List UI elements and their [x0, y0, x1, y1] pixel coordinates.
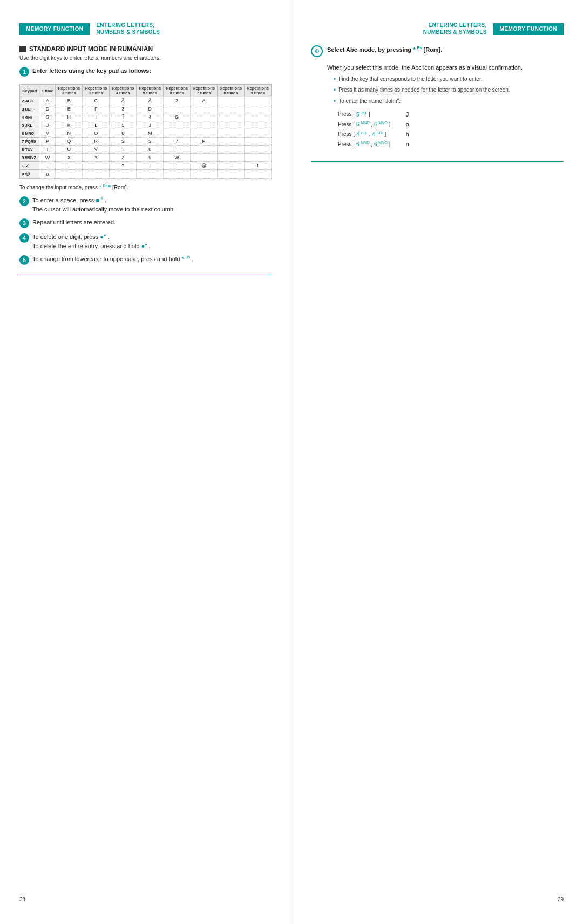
section-heading: STANDARD INPUT MODE IN RUMANIAN: [19, 45, 272, 53]
delete-hold-key: ●●: [141, 243, 147, 249]
section-icon: [19, 46, 26, 52]
right-header-banner: ENTERING LETTERS, NUMBERS & SYMBOLS MEMO…: [311, 22, 564, 36]
col-header-6: Repetitions6 times: [164, 85, 191, 97]
step-2-circle: 2: [19, 196, 29, 206]
key-8tuv: 8 TUV: [20, 146, 39, 154]
step-2-sub: The cursor will automatically move to th…: [32, 206, 175, 213]
space-key: ■ θ: [96, 197, 103, 203]
bullet-item-3: • To enter the name "John":: [334, 98, 523, 106]
john-label-n: Press [ 6 MNO , 6 MNO ]: [338, 139, 395, 149]
bullet-dot-1: •: [334, 75, 336, 84]
step-4-circle: 4: [19, 233, 29, 243]
key-4ghi: 4 GHI: [20, 113, 39, 121]
john-row-j: Press [ 5 JKL ] J: [338, 109, 413, 120]
john-letter-o: o: [395, 119, 413, 129]
right-main-step: ① Select Abc mode, by pressing * Rs [Rom…: [311, 45, 564, 149]
right-step-desc: When you select this mode, the Abc icon …: [327, 64, 523, 71]
col-header-9: Repetitions9 times: [244, 85, 271, 97]
key-5jkl: 5 JKL: [20, 121, 39, 129]
step-4-content: To delete one digit, press ●● . To delet…: [32, 232, 151, 250]
left-page: MEMORY FUNCTION ENTERING LETTERS, NUMBER…: [0, 0, 292, 924]
john-row-n: Press [ 6 MNO , 6 MNO ] n: [338, 139, 413, 149]
key-0: 0 ⓜ: [20, 170, 39, 179]
john-table: Press [ 5 JKL ] J Press [ 6 MNO , 6 MNO …: [338, 109, 413, 149]
key-9wxyz: 9 WXYZ: [20, 154, 39, 162]
table-row: 8 TUV TUV T8T: [20, 146, 272, 154]
step-circle-outline: ①: [311, 45, 323, 57]
table-row: 4 GHI GHI Î4G: [20, 113, 272, 121]
key-3def: 3 DEF: [20, 105, 39, 113]
table-row: 7 PQRS PQR SȘ7 P: [20, 138, 272, 146]
john-row-o: Press [ 6 MNO , 6 MNO ] o: [338, 119, 413, 129]
left-header-banner: MEMORY FUNCTION ENTERING LETTERS, NUMBER…: [19, 22, 272, 36]
page-number-right: 39: [311, 886, 564, 902]
table-row: 6 MNO MNO 6M: [20, 129, 272, 138]
section-title: STANDARD INPUT MODE IN RUMANIAN: [29, 45, 153, 53]
left-teal-label: MEMORY FUNCTION: [19, 23, 90, 35]
step-5: 5 To change from lowercase to uppercase,…: [19, 255, 272, 265]
abc-key: * Rs: [413, 46, 422, 53]
col-header-2: Repetitions2 times: [56, 85, 83, 97]
key-6mno: 6 MNO: [20, 129, 39, 138]
john-label-o: Press [ 6 MNO , 6 MNO ]: [338, 119, 395, 129]
step-5-circle: 5: [19, 255, 29, 265]
left-banner-text: ENTERING LETTERS, NUMBERS & SYMBOLS: [90, 22, 166, 36]
mode-change-note: To change the input mode, press * Rom [R…: [19, 184, 272, 190]
delete-key: ●●: [100, 234, 106, 240]
table-row: 1 ✓ ., ?!' @:1: [20, 162, 272, 170]
step-3-content: Repeat until letters are entered.: [32, 218, 116, 227]
right-step-content: Select Abc mode, by pressing * Rs [Rom].…: [327, 45, 523, 149]
john-letter-n: n: [395, 139, 413, 149]
col-header-3: Repetitions3 times: [83, 85, 110, 97]
right-teal-label: MEMORY FUNCTION: [493, 23, 564, 35]
key-7pqrs: 7 PQRS: [20, 138, 39, 146]
page-divider-left: [19, 275, 272, 275]
table-row: 2 ABC ABC ÃÂ2 A: [20, 97, 272, 105]
step-2: 2 To enter a space, press ■ θ . The curs…: [19, 196, 272, 214]
john-label-h: Press [ 4 GHI , 4 GHI ]: [338, 129, 395, 140]
bullet-list: • Find the key that corresponds to the l…: [334, 76, 523, 149]
keypad-table: Keypad 1 time Repetitions2 times Repetit…: [19, 84, 272, 179]
page-number-left: 38: [19, 886, 272, 902]
bullet-item-1: • Find the key that corresponds to the l…: [334, 76, 523, 84]
john-letter-h: h: [395, 129, 413, 140]
step-1-content: Enter letters using the key pad as follo…: [32, 66, 151, 76]
john-row-h: Press [ 4 GHI , 4 GHI ] h: [338, 129, 413, 140]
mode-key: * Rom: [99, 184, 111, 190]
right-banner-text: ENTERING LETTERS, NUMBERS & SYMBOLS: [417, 22, 493, 36]
bullet-dot-3: •: [334, 97, 336, 106]
step-1-circle: 1: [19, 67, 29, 77]
key-1: 1 ✓: [20, 162, 39, 170]
step-2-content: To enter a space, press ■ θ . The cursor…: [32, 196, 175, 214]
col-header-4: Repetitions4 times: [110, 85, 137, 97]
table-row: 5 JKL JKL 5J: [20, 121, 272, 129]
col-header-5: Repetitions5 times: [137, 85, 164, 97]
case-key: * Rs: [181, 256, 190, 262]
step-5-content: To change from lowercase to uppercase, p…: [32, 255, 193, 264]
step-3-circle: 3: [19, 218, 29, 228]
col-header-keypad: Keypad: [20, 85, 39, 97]
col-header-7: Repetitions7 times: [191, 85, 218, 97]
page-divider-right: [311, 161, 564, 162]
key-2abc: 2 ABC: [20, 97, 39, 105]
section-subtitle: Use the digit keys to enter letters, num…: [19, 55, 272, 61]
step-4: 4 To delete one digit, press ●● . To del…: [19, 232, 272, 250]
col-header-1: 1 time: [39, 85, 56, 97]
bullet-dot-2: •: [334, 86, 336, 95]
bullet-item-2: • Press it as many times as needed for t…: [334, 86, 523, 95]
right-page: ENTERING LETTERS, NUMBERS & SYMBOLS MEMO…: [292, 0, 583, 924]
table-row: 3 DEF DEF 3D: [20, 105, 272, 113]
col-header-8: Repetitions8 times: [218, 85, 245, 97]
table-row: 9 WXYZ WXY Z9W: [20, 154, 272, 162]
john-label-j: Press [ 5 JKL ]: [338, 109, 395, 120]
step-1: 1 Enter letters using the key pad as fol…: [19, 66, 272, 77]
john-letter-j: J: [395, 109, 413, 120]
step-3: 3 Repeat until letters are entered.: [19, 218, 272, 228]
table-row: 0 ⓜ 0: [20, 170, 272, 179]
